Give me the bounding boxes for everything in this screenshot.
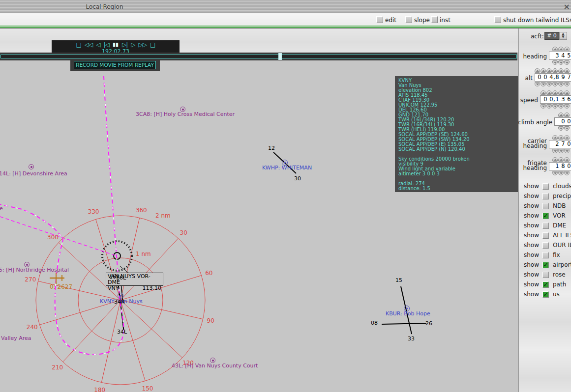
separator-line: [0, 25, 571, 28]
rose-number-150: 150: [142, 385, 153, 392]
speed-increment-button[interactable]: [558, 90, 564, 95]
climb-angle-decrement-button[interactable]: [558, 126, 564, 131]
alt-field[interactable]: 0 0 4,8 9 7: [535, 73, 571, 82]
alt-decrement-button[interactable]: [552, 82, 558, 86]
stop-left-button[interactable]: □: [76, 41, 81, 48]
heading-field[interactable]: 3 4 5: [549, 52, 571, 60]
show-checkbox-airport[interactable]: ✓: [542, 262, 549, 268]
frigate-heading-decrement-button[interactable]: [552, 171, 558, 175]
map-canvas[interactable]: □◁◁◁|◁▮▮▷|▷▷▷□ 192:02.73 RECORD MOVIE FR…: [0, 0, 518, 392]
show-checkbox-us[interactable]: ✓: [542, 291, 549, 298]
title-bar[interactable]: Local Region ×: [0, 0, 571, 14]
heading-increment-button[interactable]: [564, 47, 570, 51]
toolbar-checkbox-edit[interactable]: [376, 16, 383, 23]
acft-stepper[interactable]: ▲▼: [559, 32, 567, 40]
show-checkbox-fix[interactable]: [542, 252, 549, 258]
heliport-label-valley-area: Valley Area: [1, 335, 31, 341]
speed-decrement-button[interactable]: [552, 104, 558, 109]
heading-decrement-button[interactable]: [552, 60, 558, 65]
alt-increment-button[interactable]: [546, 68, 552, 73]
climb-angle-increment-button[interactable]: [564, 112, 570, 117]
alt-increment-button[interactable]: [535, 68, 540, 73]
runway-number-30: 30: [294, 175, 301, 182]
step-forward-button[interactable]: ▷|: [122, 41, 127, 48]
show-checkbox-our-ils[interactable]: [542, 242, 549, 249]
fast-forward-button[interactable]: ▷▷: [139, 41, 147, 48]
heliport-label-43l-h-van-nuys-county-court: 43L: [H] Van Nuys County Court: [172, 363, 258, 369]
alt-decrement-button[interactable]: [564, 82, 570, 86]
frigate-heading-decrement-button[interactable]: [564, 171, 570, 175]
alt-decrement-button[interactable]: [535, 82, 540, 86]
show-checkbox-ndb[interactable]: [542, 203, 549, 209]
frigate-heading-increment-button[interactable]: [552, 157, 558, 162]
pause-button[interactable]: ▮▮: [113, 41, 119, 48]
play-button[interactable]: ▷: [131, 41, 135, 48]
speed-field[interactable]: 0 0,1 3 6: [540, 95, 571, 104]
climb-angle-decrement-button[interactable]: [564, 126, 570, 131]
speed-increment-button[interactable]: [541, 90, 546, 95]
carrier-heading-decrement-button[interactable]: [558, 149, 564, 153]
toolbar-checkbox-slope[interactable]: [405, 16, 412, 23]
show-checkbox-all-ils[interactable]: [542, 232, 549, 239]
speed-decrement-button[interactable]: [564, 104, 570, 109]
rose-number-210: 210: [52, 364, 63, 371]
carrier-heading-increment-button[interactable]: [558, 135, 564, 140]
show-checkbox-vor[interactable]: ✓: [542, 213, 549, 219]
speed-decrement-button[interactable]: [541, 104, 546, 109]
frigate-heading-field[interactable]: 1 8 0: [549, 162, 571, 170]
heading-label: heading: [523, 53, 547, 60]
carrier-heading-increment-button[interactable]: [564, 135, 570, 140]
slider-track[interactable]: [0, 55, 517, 58]
carrier-heading-decrement-button[interactable]: [552, 149, 558, 153]
control-panel: acft:# 0▲▼3 4 5heading0 0 4,8 9 7alt0 0,…: [518, 28, 571, 392]
runway-number-12: 12: [268, 145, 275, 151]
frigate-heading-increment-button[interactable]: [558, 157, 564, 162]
record-movie-button[interactable]: RECORD MOVIE FROM REPLAY: [74, 61, 156, 69]
speed-increment-button[interactable]: [564, 90, 570, 95]
speed-increment-button[interactable]: [552, 90, 558, 95]
heading-increment-button[interactable]: [558, 47, 564, 51]
show-item-label-precip: precip: [553, 193, 571, 199]
show-checkbox-path[interactable]: ✓: [542, 281, 549, 288]
climb-angle-field[interactable]: 0 0: [554, 117, 571, 126]
show-checkbox-clouds[interactable]: [542, 183, 549, 190]
show-label: show: [524, 232, 539, 239]
stop-right-button[interactable]: □: [150, 41, 155, 48]
alt-increment-button[interactable]: [558, 68, 564, 73]
carrier-heading-decrement-button[interactable]: [564, 149, 570, 153]
runway-number-15: 15: [395, 277, 402, 283]
close-icon[interactable]: ×: [564, 2, 570, 11]
show-checkbox-precip[interactable]: [542, 193, 549, 199]
info-airport-line: SOCAL APP/DEP (N) 120.40: [398, 147, 518, 152]
rewind-button[interactable]: ◁◁: [85, 41, 92, 48]
alt-decrement-button[interactable]: [558, 82, 564, 86]
alt-decrement-button[interactable]: [541, 82, 546, 86]
step-back-button[interactable]: |◁: [104, 41, 109, 48]
rose-number-300: 300: [47, 234, 59, 241]
range-ring-label: 1 nm: [136, 251, 151, 257]
speed-decrement-button[interactable]: [558, 104, 564, 109]
alt-increment-button[interactable]: [552, 68, 558, 73]
alt-decrement-button[interactable]: [546, 82, 552, 86]
heading-decrement-button[interactable]: [558, 60, 564, 65]
alt-increment-button[interactable]: [541, 68, 546, 73]
alt-increment-button[interactable]: [564, 68, 570, 73]
play-reverse-button[interactable]: ◁: [96, 41, 100, 48]
climb-angle-increment-button[interactable]: [558, 112, 564, 117]
carrier-heading-field[interactable]: 2 7 0: [549, 140, 571, 148]
show-item-label-all-ils: ALL ILS: [553, 232, 571, 239]
toolbar-checkbox-inst[interactable]: [431, 16, 438, 23]
toolbar-checkbox-shut-down-tailwind-ilss[interactable]: [494, 16, 501, 23]
slider-thumb[interactable]: [278, 53, 282, 60]
show-checkbox-dme[interactable]: [542, 223, 549, 229]
show-checkbox-rose[interactable]: [542, 272, 549, 278]
show-item-label-dme: DME: [553, 222, 566, 229]
frigate-heading-decrement-button[interactable]: [558, 171, 564, 175]
heading-increment-button[interactable]: [552, 47, 558, 51]
frigate-heading-increment-button[interactable]: [564, 157, 570, 162]
heading-decrement-button[interactable]: [564, 60, 570, 65]
speed-decrement-button[interactable]: [546, 104, 552, 109]
show-label: show: [524, 291, 539, 298]
carrier-heading-increment-button[interactable]: [552, 135, 558, 140]
speed-increment-button[interactable]: [546, 90, 552, 95]
